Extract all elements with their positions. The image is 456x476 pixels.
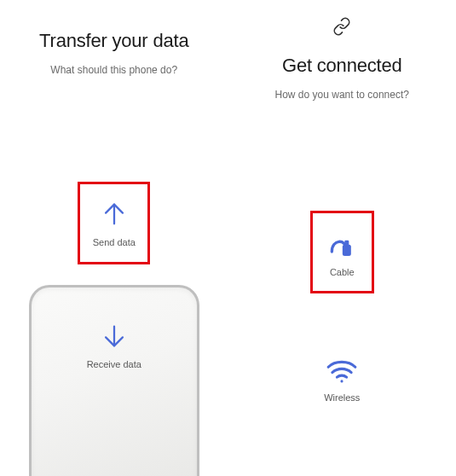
option-group: Send data Receive data bbox=[0, 187, 228, 476]
link-icon bbox=[332, 17, 351, 39]
highlight-frame bbox=[78, 182, 150, 264]
option-label: Receive data bbox=[87, 359, 141, 369]
option-group: Cable Wireless bbox=[228, 216, 457, 455]
option-label: Wireless bbox=[324, 392, 360, 403]
wifi-icon bbox=[326, 358, 358, 384]
send-data-option[interactable]: Send data bbox=[52, 187, 176, 259]
panel-title: Get connected bbox=[282, 55, 402, 77]
get-connected-panel: Get connected How do you want to connect… bbox=[228, 0, 457, 476]
receive-data-option[interactable]: Receive data bbox=[29, 285, 199, 476]
transfer-data-panel: Transfer your data What should this phon… bbox=[0, 0, 228, 476]
panel-title: Transfer your data bbox=[39, 30, 188, 52]
panel-subtitle: How do you want to connect? bbox=[275, 89, 409, 101]
panel-subtitle: What should this phone do? bbox=[50, 64, 177, 76]
cable-option[interactable]: Cable bbox=[280, 216, 404, 288]
highlight-frame bbox=[310, 211, 374, 293]
wireless-option[interactable]: Wireless bbox=[280, 344, 404, 416]
arrow-down-icon bbox=[100, 322, 129, 351]
svg-point-4 bbox=[341, 380, 343, 382]
